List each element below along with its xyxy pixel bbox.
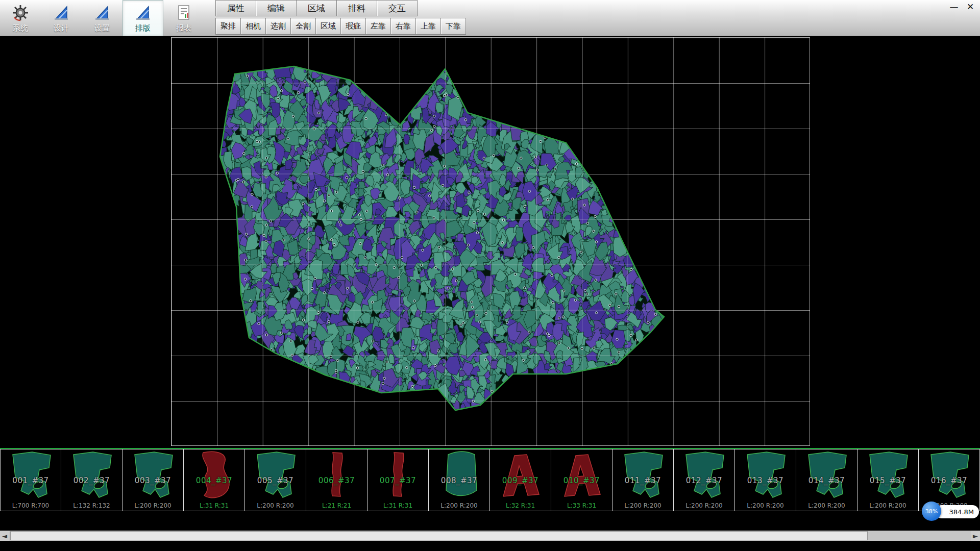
piece-thumb-12[interactable]: 012_#37L:200 R:200 [674, 449, 735, 511]
piece-lr-count: L:31 R:31 [368, 502, 428, 509]
piece-lr-count: L:200 R:200 [796, 502, 857, 509]
piece-name: 005_#37 [245, 476, 306, 485]
piece-lr-count: L:200 R:200 [122, 502, 183, 509]
piece-name: 014_#37 [796, 476, 857, 485]
workspace [0, 37, 980, 448]
button-cut-all[interactable]: 全割 [290, 18, 316, 35]
tab-nesting[interactable]: 排料 [336, 0, 377, 16]
scroll-right-arrow[interactable]: ► [971, 531, 980, 541]
piece-name: 003_#37 [122, 476, 183, 485]
piece-name: 006_#37 [306, 476, 367, 485]
memory-badge: 384.8M [935, 505, 979, 518]
pieces-strip: 001_#37L:700 R:700002_#37L:132 R:132003_… [0, 448, 980, 511]
piece-name: 013_#37 [735, 476, 796, 485]
piece-lr-count: L:200 R:200 [245, 502, 306, 509]
scrollbar-thumb[interactable] [10, 531, 868, 540]
tab-interaction[interactable]: 交互 [377, 0, 418, 16]
button-camera[interactable]: 相机 [240, 18, 266, 35]
piece-thumb-1[interactable]: 001_#37L:700 R:700 [0, 449, 61, 511]
app-label: 系统 [13, 23, 28, 33]
piece-thumb-4[interactable]: 004_#37L:31 R:31 [184, 449, 245, 511]
piece-lr-count: L:200 R:200 [612, 502, 673, 509]
app-label: 排版 [135, 23, 151, 33]
system-gear-icon [11, 4, 30, 22]
piece-name: 008_#37 [429, 476, 489, 485]
piece-lr-count: L:132 R:132 [61, 502, 122, 509]
main-toolbar: 系统 设计 设置 [0, 0, 980, 36]
app-button-design[interactable]: 设计 [41, 0, 82, 36]
app-button-system[interactable]: 系统 [0, 0, 41, 36]
piece-thumb-8[interactable]: 008_#37L:200 R:200 [429, 449, 490, 511]
piece-lr-count: L:21 R:21 [306, 502, 367, 509]
piece-lr-count: L:31 R:31 [184, 502, 244, 509]
menu-tab-row: 属性 编辑 区域 排料 交互 [215, 0, 465, 16]
piece-lr-count: L:200 R:200 [674, 502, 734, 509]
app-button-layout[interactable]: 排版 [122, 0, 163, 36]
tab-properties[interactable]: 属性 [215, 0, 256, 16]
piece-name: 004_#37 [184, 476, 244, 485]
app-button-report[interactable]: 报表 [163, 0, 204, 36]
piece-name: 002_#37 [61, 476, 122, 485]
piece-lr-count: L:33 R:31 [551, 502, 612, 509]
nesting-preview-canvas[interactable] [172, 38, 810, 445]
scrollbar-track[interactable] [9, 531, 971, 541]
button-align-top[interactable]: 上靠 [415, 18, 441, 35]
piece-lr-count: L:200 R:200 [735, 502, 796, 509]
piece-name: 012_#37 [674, 476, 734, 485]
button-align-right[interactable]: 右靠 [390, 18, 416, 35]
piece-thumb-3[interactable]: 003_#37L:200 R:200 [122, 449, 184, 511]
piece-thumb-5[interactable]: 005_#37L:200 R:200 [245, 449, 306, 511]
app-label: 报表 [176, 23, 191, 33]
piece-name: 009_#37 [490, 476, 551, 485]
horizontal-scrollbar[interactable]: ◄ ► [0, 531, 980, 541]
piece-thumb-15[interactable]: 015_#37L:200 R:200 [857, 449, 919, 511]
piece-lr-count: L:200 R:200 [429, 502, 489, 509]
piece-thumb-7[interactable]: 007_#37L:31 R:31 [368, 449, 429, 511]
nesting-grid-region[interactable] [171, 37, 810, 446]
tool-button-row: 聚排 相机 选割 全割 区域 瑕疵 左靠 右靠 上靠 下靠 [215, 16, 465, 36]
piece-lr-count: L:32 R:31 [490, 502, 551, 509]
piece-name: 016_#37 [919, 476, 979, 485]
piece-thumb-13[interactable]: 013_#37L:200 R:200 [735, 449, 796, 511]
piece-thumb-2[interactable]: 002_#37L:132 R:132 [61, 449, 122, 511]
piece-name: 007_#37 [368, 476, 428, 485]
piece-name: 015_#37 [857, 476, 918, 485]
design-triangle-icon [52, 4, 70, 22]
button-select-cut[interactable]: 选割 [265, 18, 291, 35]
settings-triangle-icon [93, 4, 111, 22]
layout-triangle-icon [134, 4, 152, 22]
piece-thumb-14[interactable]: 014_#37L:200 R:200 [796, 449, 857, 511]
app-launcher: 系统 设计 设置 [0, 0, 204, 36]
piece-lr-count: L:700 R:700 [1, 502, 61, 509]
button-defect[interactable]: 瑕疵 [340, 18, 366, 35]
tab-edit[interactable]: 编辑 [256, 0, 297, 16]
close-button[interactable]: ✕ [964, 1, 977, 12]
button-align-left[interactable]: 左靠 [365, 18, 391, 35]
progress-badge: 38% [922, 502, 941, 521]
app-button-settings[interactable]: 设置 [82, 0, 122, 36]
piece-thumb-9[interactable]: 009_#37L:32 R:31 [490, 449, 551, 511]
piece-thumb-10[interactable]: 010_#37L:33 R:31 [551, 449, 612, 511]
app-label: 设置 [94, 23, 110, 33]
button-align-bottom[interactable]: 下靠 [440, 18, 466, 35]
tab-region[interactable]: 区域 [296, 0, 337, 16]
piece-thumb-11[interactable]: 011_#37L:200 R:200 [612, 449, 674, 511]
piece-thumb-6[interactable]: 006_#37L:21 R:21 [306, 449, 368, 511]
menu-area: 属性 编辑 区域 排料 交互 聚排 相机 选割 全割 区域 瑕疵 左靠 右靠 上… [215, 0, 465, 36]
report-document-icon [175, 4, 193, 22]
piece-name: 010_#37 [551, 476, 612, 485]
piece-name: 001_#37 [1, 476, 61, 485]
window-controls: — ✕ [947, 1, 977, 12]
button-region[interactable]: 区域 [315, 18, 341, 35]
scroll-left-arrow[interactable]: ◄ [0, 531, 9, 541]
piece-name: 011_#37 [612, 476, 673, 485]
button-cluster-nest[interactable]: 聚排 [215, 18, 241, 35]
progress-value: 38% [925, 508, 938, 515]
memory-value: 384.8M [949, 508, 974, 516]
piece-lr-count: L:200 R:200 [857, 502, 918, 509]
app-label: 设计 [54, 23, 69, 33]
minimize-button[interactable]: — [947, 1, 961, 12]
